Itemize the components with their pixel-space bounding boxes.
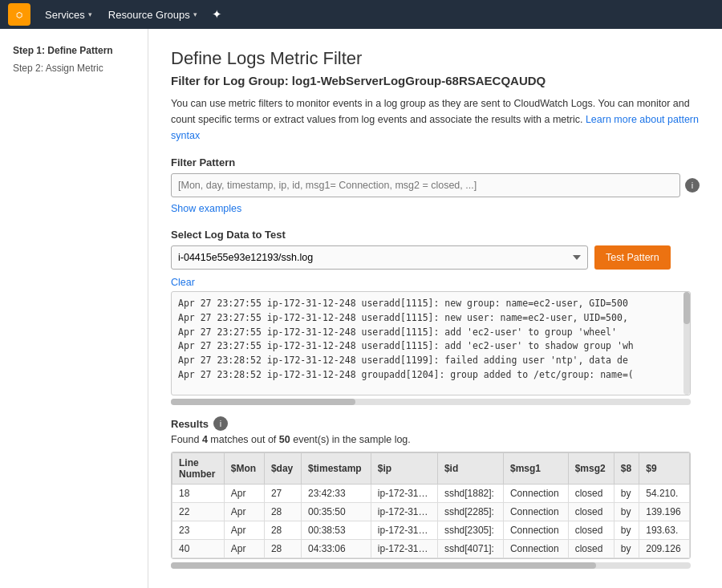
col-header-id: $id bbox=[437, 453, 503, 485]
table-horizontal-scrollbar[interactable] bbox=[171, 562, 691, 569]
table-cell: sshd[2305]: bbox=[437, 521, 503, 540]
table-cell: Connection bbox=[503, 540, 568, 558]
table-cell: Apr bbox=[224, 521, 264, 540]
filter-pattern-input[interactable] bbox=[171, 173, 680, 197]
table-cell: closed bbox=[568, 485, 614, 503]
log-line-6: Apr 27 23:28:52 ip-172-31-12-248 groupad… bbox=[178, 368, 677, 383]
table-cell: Connection bbox=[503, 485, 568, 503]
results-table-body: 18Apr2723:42:33ip-172-31-12-248sshd[1882… bbox=[172, 485, 690, 558]
resource-groups-label: Resource Groups bbox=[108, 9, 190, 21]
log-line-2: Apr 27 23:27:55 ip-172-31-12-248 useradd… bbox=[178, 311, 677, 326]
table-cell: 18 bbox=[172, 485, 225, 503]
col-header-8: $8 bbox=[614, 453, 639, 485]
log-scrollbar-thumb-v bbox=[683, 292, 690, 324]
log-text-area: Apr 27 23:27:55 ip-172-31-12-248 useradd… bbox=[171, 291, 691, 395]
services-menu[interactable]: Services ▾ bbox=[39, 6, 99, 24]
results-total-count: 50 bbox=[279, 434, 290, 445]
table-cell: 04:33:06 bbox=[301, 540, 371, 558]
sidebar-step1[interactable]: Step 1: Define Pattern bbox=[13, 45, 135, 56]
table-row: 22Apr2800:35:50ip-172-31-12-248sshd[2285… bbox=[172, 503, 690, 521]
table-cell: sshd[4071]: bbox=[437, 540, 503, 558]
resource-groups-chevron-icon: ▾ bbox=[193, 10, 197, 18]
results-info-icon[interactable]: i bbox=[213, 416, 228, 431]
col-header-9: $9 bbox=[639, 453, 690, 485]
test-pattern-button[interactable]: Test Pattern bbox=[594, 245, 671, 270]
table-cell: 28 bbox=[264, 503, 301, 521]
results-row: Results i bbox=[171, 416, 700, 431]
table-cell: ip-172-31-12-248 bbox=[371, 503, 437, 521]
log-file-select[interactable]: i-04415e55e93e12193/ssh.log bbox=[171, 245, 588, 270]
table-cell: ip-172-31-12-248 bbox=[371, 521, 437, 540]
page-title: Define Logs Metric Filter bbox=[171, 48, 700, 69]
table-cell: 22 bbox=[172, 503, 225, 521]
col-header-mon: $Mon bbox=[224, 453, 264, 485]
table-row: 40Apr2804:33:06ip-172-31-12-248sshd[4071… bbox=[172, 540, 690, 558]
select-row: i-04415e55e93e12193/ssh.log Test Pattern bbox=[171, 245, 700, 270]
table-cell: 193.63. bbox=[639, 521, 690, 540]
select-log-section: Select Log Data to Test i-04415e55e93e12… bbox=[171, 229, 700, 270]
log-group-title: Filter for Log Group: log1-WebServerLogG… bbox=[171, 74, 700, 87]
resource-groups-menu[interactable]: Resource Groups ▾ bbox=[102, 6, 204, 24]
filter-pattern-info-icon[interactable]: i bbox=[685, 178, 700, 193]
table-cell: 27 bbox=[264, 485, 301, 503]
table-cell: closed bbox=[568, 540, 614, 558]
table-cell: Apr bbox=[224, 503, 264, 521]
table-cell: 139.196 bbox=[639, 503, 690, 521]
services-chevron-icon: ▾ bbox=[88, 10, 92, 18]
services-label: Services bbox=[45, 9, 85, 21]
col-header-msg1: $msg1 bbox=[503, 453, 568, 485]
table-cell: by bbox=[614, 540, 639, 558]
log-vertical-scrollbar[interactable] bbox=[683, 292, 690, 395]
description-text: You can use metric filters to monitor ev… bbox=[171, 95, 700, 144]
table-cell: closed bbox=[568, 503, 614, 521]
table-cell: 40 bbox=[172, 540, 225, 558]
results-table: LineNumber $Mon $day $timestamp $ip $id … bbox=[172, 452, 690, 558]
table-cell: 209.126 bbox=[639, 540, 690, 558]
results-table-container: LineNumber $Mon $day $timestamp $ip $id … bbox=[171, 452, 691, 559]
col-header-msg2: $msg2 bbox=[568, 453, 614, 485]
filter-pattern-row: i bbox=[171, 173, 700, 197]
table-cell: 23:42:33 bbox=[301, 485, 371, 503]
footer-actions: Cancel Assign Metric bbox=[171, 585, 700, 588]
log-line-5: Apr 27 23:28:52 ip-172-31-12-248 useradd… bbox=[178, 354, 677, 368]
table-cell: Connection bbox=[503, 503, 568, 521]
table-cell: 54.210. bbox=[639, 485, 690, 503]
sidebar: Step 1: Define Pattern Step 2: Assign Me… bbox=[0, 29, 148, 588]
log-horizontal-scrollbar[interactable] bbox=[171, 399, 691, 405]
results-match-count: 4 bbox=[202, 434, 208, 445]
select-log-label: Select Log Data to Test bbox=[171, 229, 700, 241]
col-header-ip: $ip bbox=[371, 453, 437, 485]
table-cell: by bbox=[614, 521, 639, 540]
table-cell: 28 bbox=[264, 540, 301, 558]
table-cell: closed bbox=[568, 521, 614, 540]
table-cell: sshd[1882]: bbox=[437, 485, 503, 503]
col-header-timestamp: $timestamp bbox=[301, 453, 371, 485]
main-layout: Step 1: Define Pattern Step 2: Assign Me… bbox=[0, 29, 722, 588]
log-scrollbar-thumb-h bbox=[171, 399, 355, 405]
table-cell: Connection bbox=[503, 521, 568, 540]
table-scrollbar-thumb-h bbox=[171, 562, 596, 569]
table-cell: 00:38:53 bbox=[301, 521, 371, 540]
log-line-4: Apr 27 23:27:55 ip-172-31-12-248 useradd… bbox=[178, 339, 677, 354]
bookmarks-icon[interactable]: ✦ bbox=[207, 4, 227, 25]
log-line-1: Apr 27 23:27:55 ip-172-31-12-248 useradd… bbox=[178, 297, 677, 311]
show-examples-link[interactable]: Show examples bbox=[171, 203, 241, 214]
table-cell: 28 bbox=[264, 521, 301, 540]
table-cell: Apr bbox=[224, 540, 264, 558]
table-row: 23Apr2800:38:53ip-172-31-12-248sshd[2305… bbox=[172, 521, 690, 540]
sidebar-step2[interactable]: Step 2: Assign Metric bbox=[13, 63, 135, 74]
table-cell: 00:35:50 bbox=[301, 503, 371, 521]
col-header-line-number: LineNumber bbox=[172, 453, 225, 485]
aws-logo: ⬡ bbox=[8, 3, 30, 26]
clear-link[interactable]: Clear bbox=[171, 277, 195, 288]
table-header-row: LineNumber $Mon $day $timestamp $ip $id … bbox=[172, 453, 690, 485]
filter-pattern-label: Filter Pattern bbox=[171, 156, 700, 168]
log-line-3: Apr 27 23:27:55 ip-172-31-12-248 useradd… bbox=[178, 326, 677, 340]
results-label: Results bbox=[171, 418, 209, 430]
svg-text:⬡: ⬡ bbox=[16, 11, 22, 19]
main-content: Define Logs Metric Filter Filter for Log… bbox=[148, 29, 722, 588]
col-header-day: $day bbox=[264, 453, 301, 485]
table-cell: by bbox=[614, 503, 639, 521]
table-cell: sshd[2285]: bbox=[437, 503, 503, 521]
table-cell: Apr bbox=[224, 485, 264, 503]
